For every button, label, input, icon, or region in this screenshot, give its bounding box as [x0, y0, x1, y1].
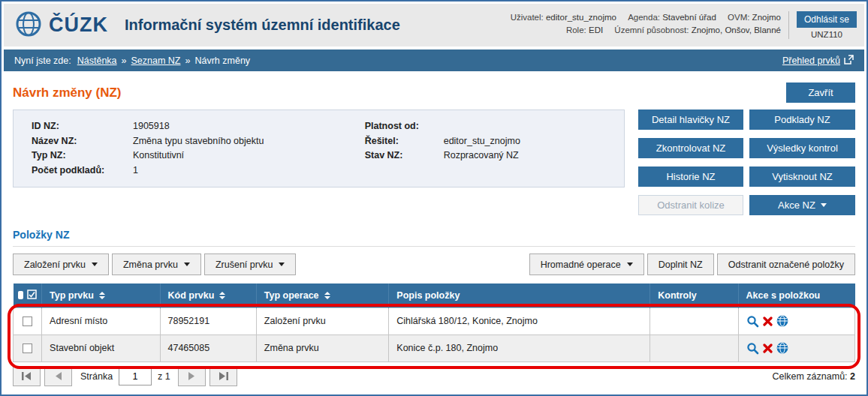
zkontrolovat-nz-button[interactable]: Zkontrolovat NZ — [638, 138, 743, 158]
col-header-popis-polozky: Popis položky — [389, 284, 650, 308]
chevron-down-icon — [279, 262, 285, 266]
chevron-down-icon — [184, 262, 190, 266]
logo-text: ČÚZK — [49, 14, 108, 37]
items-table-wrap: Typ prvku Kód prvku Typ operace Popis po… — [13, 284, 855, 362]
previous-page-button[interactable] — [44, 367, 72, 386]
top-header: ČÚZK Informační systém územní identifika… — [4, 4, 864, 46]
cell-typ-prvku: Adresní místo — [42, 308, 160, 334]
cell-popis-polozky: Cihlářská 180/12, Konice, Znojmo — [389, 308, 650, 334]
breadcrumb-prefix: Nyní jste zde: — [14, 56, 71, 66]
user-info-box: Uživatel: editor_stu_znojmo Agenda: Stav… — [502, 11, 857, 39]
pagination-bar: Stránka z 1 Celkem záznamů: 2 — [13, 367, 855, 386]
map-globe-icon[interactable] — [776, 342, 788, 354]
prehled-prvku-link[interactable]: Přehled prvků — [782, 56, 840, 66]
cell-kontroly — [650, 334, 738, 362]
user-info-line2: Role: EDI Územní působnost: Znojmo, Onšo… — [502, 24, 781, 37]
page-label: Stránka — [80, 371, 113, 382]
field-label: Řešitel: — [365, 134, 444, 149]
nz-info-panel: ID NZ:1905918 Název NZ:Změna typu staveb… — [13, 110, 625, 188]
user-info-line1: Uživatel: editor_stu_znojmo Agenda: Stav… — [502, 11, 781, 24]
first-page-button[interactable] — [13, 367, 41, 386]
items-section-heading: Položky NZ — [13, 229, 855, 247]
vytisknout-nz-button[interactable]: Vytisknout NZ — [749, 166, 855, 187]
cell-popis-polozky: Konice č.p. 180, Znojmo — [389, 334, 650, 362]
pocet-podkladu-value: 1 — [133, 164, 138, 178]
nz-action-buttons: Detail hlavičky NZ Podklady NZ Zkontrolo… — [638, 110, 855, 215]
breadcrumb-separator: » — [122, 56, 127, 66]
zalozeni-prvku-menu-button[interactable]: Založení prvku — [13, 254, 109, 275]
total-records: Celkem záznamů: 2 — [773, 371, 855, 382]
cell-kod-prvku: 47465085 — [160, 334, 256, 362]
odstranit-kolize-button: Odstranit kolize — [638, 195, 743, 215]
podklady-nz-button[interactable]: Podklady NZ — [749, 110, 855, 130]
logout-button[interactable]: Odhlásit se — [797, 11, 857, 28]
page-number-input[interactable] — [119, 368, 152, 386]
total-records-value: 2 — [850, 371, 855, 382]
items-table: Typ prvku Kód prvku Typ operace Popis po… — [13, 284, 855, 362]
field-label: Stav NZ: — [365, 148, 444, 164]
field-label: Název NZ: — [32, 134, 133, 149]
cell-kod-prvku: 78952191 — [160, 308, 256, 334]
zruseni-prvku-menu-button[interactable]: Zrušení prvku — [204, 254, 296, 275]
resitel-value: editor_stu_znojmo — [444, 134, 520, 149]
breadcrumb-current: Návrh změny — [194, 56, 250, 66]
close-button[interactable]: Zavřít — [786, 82, 855, 103]
row-checkbox[interactable] — [23, 316, 32, 326]
col-header-kontroly: Kontroly — [650, 284, 738, 308]
select-all-checked-icon[interactable] — [27, 290, 37, 302]
doplnit-nz-button[interactable]: Doplnit NZ — [647, 254, 714, 275]
table-row: Adresní místo 78952191 Založení prvku Ci… — [14, 308, 855, 334]
col-header-typ-prvku[interactable]: Typ prvku — [42, 284, 160, 308]
zmena-prvku-menu-button[interactable]: Změna prvku — [112, 254, 201, 275]
breadcrumb-link-seznam-nz[interactable]: Seznam NZ — [131, 56, 181, 66]
role-value: EDI — [589, 26, 603, 34]
cell-typ-prvku: Stavební objekt — [42, 334, 160, 362]
ovm-value: Znojmo — [752, 13, 781, 22]
map-globe-icon[interactable] — [776, 315, 788, 327]
typ-nz-value: Konstitutivní — [133, 148, 184, 164]
app-title: Informační systém územní identifikace — [125, 16, 502, 34]
next-page-button[interactable] — [178, 367, 206, 386]
col-header-akce-s-polozkou: Akce s položkou — [738, 284, 854, 308]
search-icon[interactable] — [746, 315, 759, 328]
select-all-checkbox[interactable] — [18, 291, 24, 299]
hromadne-operace-menu-button[interactable]: Hromadné operace — [529, 254, 644, 275]
id-nz-value: 1905918 — [133, 119, 170, 134]
sort-icon — [324, 292, 330, 299]
akce-nz-menu-button[interactable]: Akce NZ — [749, 195, 855, 215]
table-row: Stavební objekt 47465085 Změna prvku Kon… — [14, 334, 855, 362]
col-header-kod-prvku[interactable]: Kód prvku — [160, 284, 256, 308]
breadcrumb-link-nastenka[interactable]: Nástěnka — [77, 56, 117, 66]
col-header-typ-operace[interactable]: Typ operace — [256, 284, 388, 308]
sort-icon — [219, 292, 225, 299]
items-toolbar: Založení prvku Změna prvku Zrušení prvku… — [13, 254, 855, 275]
field-label: Počet podkladů: — [32, 164, 133, 178]
external-link-icon[interactable] — [844, 55, 854, 67]
delete-icon[interactable] — [762, 316, 773, 327]
detail-hlavicky-nz-button[interactable]: Detail hlavičky NZ — [638, 110, 743, 130]
breadcrumb-separator: » — [185, 56, 191, 66]
page-title: Návrh změny (NZ) — [13, 86, 122, 100]
delete-icon[interactable] — [762, 343, 773, 354]
agenda-value: Stavební úřad — [662, 13, 716, 22]
sort-icon — [99, 292, 105, 299]
application-window: ČÚZK Informační systém územní identifika… — [0, 0, 868, 396]
search-icon[interactable] — [746, 342, 759, 355]
stav-nz-value: Rozpracovaný NZ — [444, 148, 519, 164]
nazev-nz-value: Změna typu stavebního objektu — [133, 134, 264, 149]
field-label: Typ NZ: — [32, 148, 133, 164]
cuzk-logo: ČÚZK — [14, 8, 108, 43]
historie-nz-button[interactable]: Historie NZ — [638, 166, 743, 187]
odstranit-oznacene-polozky-button[interactable]: Odstranit označené položky — [717, 254, 855, 275]
chevron-down-icon — [627, 262, 633, 266]
cell-typ-operace: Změna prvku — [256, 334, 388, 362]
cell-kontroly — [650, 308, 738, 334]
user-info-text: Uživatel: editor_stu_znojmo Agenda: Stav… — [502, 11, 789, 39]
last-page-button[interactable] — [209, 367, 237, 386]
table-header-row: Typ prvku Kód prvku Typ operace Popis po… — [14, 284, 855, 308]
version-label: UNZ110 — [811, 30, 842, 39]
globe-logo-icon — [14, 8, 46, 43]
breadcrumb-bar: Nyní jste zde: Nástěnka » Seznam NZ » Ná… — [4, 50, 864, 71]
vysledky-kontrol-button[interactable]: Výsledky kontrol — [749, 138, 855, 158]
row-checkbox[interactable] — [23, 344, 32, 353]
